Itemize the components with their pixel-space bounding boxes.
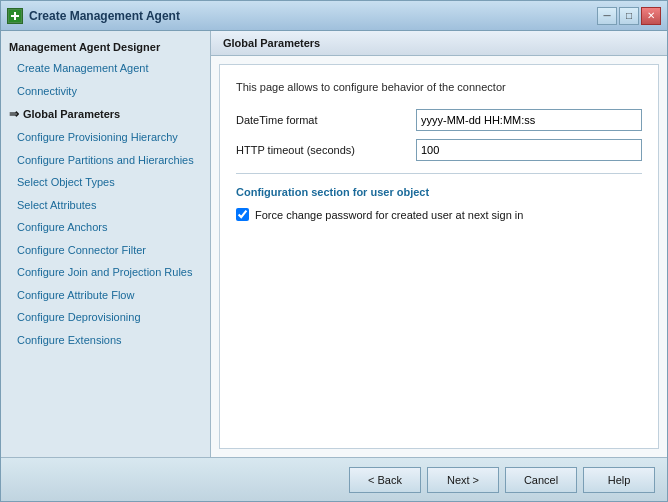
datetime-format-label: DateTime format <box>236 114 416 126</box>
sidebar-header: Management Agent Designer <box>1 35 210 57</box>
sidebar-item-join-projection-rules[interactable]: Configure Join and Projection Rules <box>1 261 210 284</box>
sidebar-item-partitions-hierarchies[interactable]: Configure Partitions and Hierarchies <box>1 149 210 172</box>
content-area: Management Agent Designer Create Managem… <box>1 31 667 457</box>
separator <box>236 173 642 174</box>
footer: < Back Next > Cancel Help <box>1 457 667 501</box>
force-change-password-label: Force change password for created user a… <box>255 209 523 221</box>
datetime-format-input[interactable] <box>416 109 642 131</box>
title-bar-controls: ─ □ ✕ <box>597 7 661 25</box>
sidebar-item-connector-filter[interactable]: Configure Connector Filter <box>1 239 210 262</box>
datetime-format-row: DateTime format <box>236 109 642 131</box>
cancel-button[interactable]: Cancel <box>505 467 577 493</box>
http-timeout-row: HTTP timeout (seconds) <box>236 139 642 161</box>
panel-header: Global Parameters <box>211 31 667 56</box>
next-button[interactable]: Next > <box>427 467 499 493</box>
http-timeout-input[interactable] <box>416 139 642 161</box>
main-panel: Global Parameters This page allows to co… <box>211 31 667 457</box>
description-text: This page allows to configure behavior o… <box>236 81 642 93</box>
sidebar-item-create-management-agent[interactable]: Create Management Agent <box>1 57 210 80</box>
main-window: Create Management Agent ─ □ ✕ Management… <box>0 0 668 502</box>
sidebar-item-deprovisioning[interactable]: Configure Deprovisioning <box>1 306 210 329</box>
sidebar-item-connectivity[interactable]: Connectivity <box>1 80 210 103</box>
sidebar-item-attribute-flow[interactable]: Configure Attribute Flow <box>1 284 210 307</box>
maximize-button[interactable]: □ <box>619 7 639 25</box>
window-title: Create Management Agent <box>29 9 180 23</box>
minimize-button[interactable]: ─ <box>597 7 617 25</box>
sidebar: Management Agent Designer Create Managem… <box>1 31 211 457</box>
title-bar-left: Create Management Agent <box>7 8 180 24</box>
panel-content: This page allows to configure behavior o… <box>219 64 659 449</box>
sidebar-item-select-attributes[interactable]: Select Attributes <box>1 194 210 217</box>
force-change-password-checkbox[interactable] <box>236 208 249 221</box>
sidebar-item-select-object-types[interactable]: Select Object Types <box>1 171 210 194</box>
title-bar: Create Management Agent ─ □ ✕ <box>1 1 667 31</box>
http-timeout-label: HTTP timeout (seconds) <box>236 144 416 156</box>
force-change-password-row: Force change password for created user a… <box>236 208 642 221</box>
sidebar-item-configure-extensions[interactable]: Configure Extensions <box>1 329 210 352</box>
svg-rect-2 <box>14 12 16 20</box>
sidebar-item-configure-anchors[interactable]: Configure Anchors <box>1 216 210 239</box>
window-icon <box>7 8 23 24</box>
sidebar-item-global-parameters[interactable]: Global Parameters <box>1 102 210 126</box>
user-object-section-header: Configuration section for user object <box>236 186 642 198</box>
back-button[interactable]: < Back <box>349 467 421 493</box>
close-button[interactable]: ✕ <box>641 7 661 25</box>
help-button[interactable]: Help <box>583 467 655 493</box>
sidebar-item-provisioning-hierarchy[interactable]: Configure Provisioning Hierarchy <box>1 126 210 149</box>
